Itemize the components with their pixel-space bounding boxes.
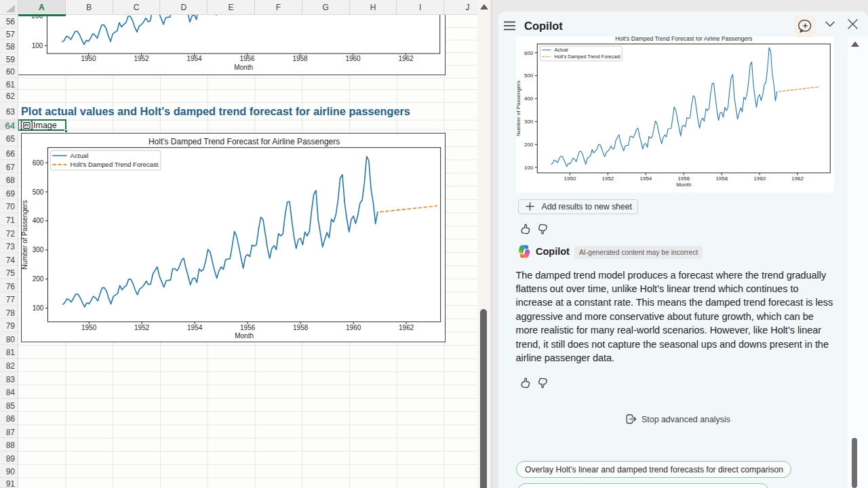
svg-text:1954: 1954 xyxy=(640,176,652,182)
svg-text:400: 400 xyxy=(524,96,534,102)
svg-text:1950: 1950 xyxy=(81,324,97,331)
svg-text:1960: 1960 xyxy=(753,176,766,182)
svg-text:1958: 1958 xyxy=(715,176,728,182)
svg-text:Month: Month xyxy=(234,64,253,71)
svg-text:1960: 1960 xyxy=(346,324,361,331)
svg-text:Number of Passengers: Number of Passengers xyxy=(22,200,29,269)
svg-text:1952: 1952 xyxy=(134,55,149,62)
svg-text:1960: 1960 xyxy=(345,55,361,62)
svg-text:Holt's Damped Trend Forecast f: Holt's Damped Trend Forecast for Airline… xyxy=(149,136,340,146)
svg-text:Actual: Actual xyxy=(555,47,568,53)
svg-text:1950: 1950 xyxy=(564,176,576,182)
svg-text:500: 500 xyxy=(524,73,534,79)
svg-text:400: 400 xyxy=(33,217,44,224)
svg-text:Number of Passengers: Number of Passengers xyxy=(516,81,521,136)
svg-text:Holt's Damped Trend Forecast: Holt's Damped Trend Forecast xyxy=(555,54,620,60)
svg-text:1956: 1956 xyxy=(240,324,256,331)
svg-text:1954: 1954 xyxy=(186,55,202,62)
svg-text:1956: 1956 xyxy=(239,55,255,62)
svg-text:1952: 1952 xyxy=(602,176,614,182)
svg-text:200: 200 xyxy=(524,142,534,148)
svg-text:200: 200 xyxy=(33,275,44,283)
svg-text:600: 600 xyxy=(524,49,534,56)
svg-text:1962: 1962 xyxy=(791,176,804,182)
svg-text:1962: 1962 xyxy=(398,55,414,62)
svg-text:Holt's Damped Trend Forecast f: Holt's Damped Trend Forecast for Airline… xyxy=(615,37,752,42)
svg-text:1952: 1952 xyxy=(134,324,150,331)
svg-text:1958: 1958 xyxy=(292,55,308,62)
svg-text:500: 500 xyxy=(33,188,44,195)
svg-text:100: 100 xyxy=(33,304,44,312)
svg-text:100: 100 xyxy=(32,42,43,49)
svg-text:600: 600 xyxy=(33,159,44,166)
svg-text:300: 300 xyxy=(524,119,534,125)
svg-text:Holt's Damped Trend Forecast: Holt's Damped Trend Forecast xyxy=(71,161,159,168)
svg-text:PY: PY xyxy=(24,123,29,127)
svg-text:1954: 1954 xyxy=(187,324,203,331)
svg-text:Actual: Actual xyxy=(71,152,89,159)
svg-text:Month: Month xyxy=(676,182,691,188)
svg-text:1950: 1950 xyxy=(81,55,96,62)
svg-text:1956: 1956 xyxy=(677,176,690,182)
svg-text:100: 100 xyxy=(524,164,534,170)
svg-text:1962: 1962 xyxy=(399,324,414,331)
svg-text:Month: Month xyxy=(235,331,254,339)
svg-text:1958: 1958 xyxy=(293,324,309,331)
svg-text:300: 300 xyxy=(33,246,44,253)
